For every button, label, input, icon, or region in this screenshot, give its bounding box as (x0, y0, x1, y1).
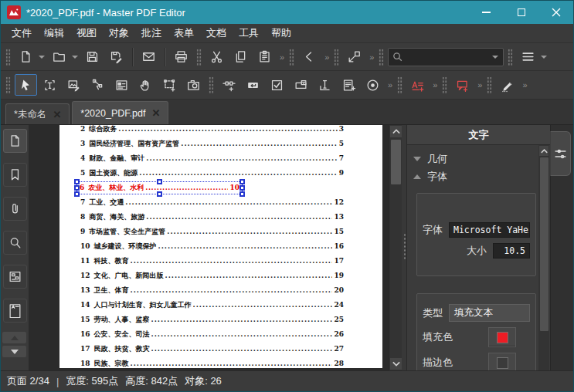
pdf-page[interactable]: 2综合政务...................................… (59, 125, 382, 368)
bookmarks-button[interactable] (3, 163, 27, 187)
radio-button-button[interactable] (362, 74, 384, 96)
copy-button[interactable] (229, 46, 252, 68)
edit-text-button[interactable] (39, 74, 61, 96)
document-tab[interactable]: *2020_PDF.pdf✕ (72, 101, 168, 124)
selection-handle[interactable] (157, 179, 162, 184)
new-document-button[interactable] (15, 46, 37, 68)
scrollbar-thumb[interactable] (391, 140, 401, 184)
fit-selection-button[interactable] (343, 46, 365, 68)
selection-handle[interactable] (239, 191, 245, 197)
font-name-input[interactable]: Microsoft YaHei (449, 222, 530, 238)
edit-image-button[interactable] (63, 74, 85, 96)
combobox-button[interactable] (290, 74, 312, 96)
toc-number: 14 (80, 298, 90, 313)
minimize-button[interactable] (469, 1, 504, 24)
annotations-button[interactable] (3, 299, 27, 323)
panel-scrollbar-thumb[interactable] (540, 157, 549, 331)
checkbox-button[interactable] (266, 74, 288, 96)
cut-button[interactable] (205, 46, 228, 68)
section-geometry[interactable]: 几何 (413, 150, 536, 167)
open-folder-button[interactable] (48, 46, 70, 68)
hand-button[interactable] (134, 74, 157, 96)
font-size-input[interactable]: 10.5 (493, 243, 530, 259)
sidebar-scroll-down-button[interactable] (2, 346, 26, 357)
callout-button[interactable] (451, 74, 474, 96)
menu-item-4[interactable]: 对象 (103, 24, 135, 42)
scroll-up-button[interactable] (390, 126, 402, 137)
selection-handle[interactable] (74, 179, 80, 184)
scroll-down-button[interactable] (390, 358, 402, 370)
chevron-down-icon[interactable] (541, 56, 547, 59)
menu-item-5[interactable]: 批注 (135, 24, 168, 42)
triangle-collapsed-icon (413, 157, 421, 161)
close-icon[interactable]: ✕ (151, 108, 160, 118)
select-region-button[interactable] (158, 74, 181, 96)
chevron-down-icon[interactable] (492, 56, 498, 59)
close-icon[interactable]: ✕ (53, 110, 61, 120)
properties-panel: 文字 几何 字体 字体 Microsoft YaHei 大小 (406, 125, 550, 370)
panel-scroll-up-button[interactable] (539, 146, 549, 156)
menu-item-1[interactable]: 文件 (5, 24, 38, 42)
form-fields-button[interactable] (3, 265, 27, 289)
section-font[interactable]: 字体 (413, 167, 536, 185)
overflow-chevron-icon[interactable]: » (277, 52, 285, 62)
pointer-button[interactable] (15, 74, 37, 96)
status-bar: 页面 2/34 | 宽度: 595点 高度: 842点 对象: 26 (1, 370, 573, 391)
attachments-button[interactable] (3, 197, 27, 221)
back-button[interactable] (298, 46, 321, 68)
selection-handle[interactable] (239, 185, 245, 191)
edit-path-button[interactable] (87, 74, 109, 96)
chevron-down-icon[interactable] (72, 56, 78, 59)
listbox-button[interactable] (338, 74, 360, 96)
push-button-button[interactable] (242, 74, 264, 96)
paste-button[interactable] (253, 46, 276, 68)
print-button[interactable] (170, 46, 192, 68)
selection-handle[interactable] (74, 191, 80, 197)
overflow-chevron-icon[interactable]: » (475, 80, 483, 90)
selected-text-object[interactable]: 6农业、林业、水利...............................… (76, 181, 243, 194)
fill-color-label: 填充色 (423, 330, 453, 344)
document-scrollbar[interactable] (389, 125, 402, 370)
menu-item-8[interactable]: 工具 (233, 24, 265, 42)
text-field-button[interactable] (314, 74, 336, 96)
email-button[interactable] (138, 46, 160, 68)
overflow-chevron-icon[interactable]: » (322, 52, 330, 62)
overflow-chevron-icon[interactable]: » (367, 52, 375, 62)
maximize-button[interactable] (504, 1, 538, 24)
save-as-button[interactable] (105, 46, 127, 68)
panel-toggle-tab[interactable] (550, 131, 571, 176)
overflow-chevron-icon[interactable]: » (520, 80, 528, 90)
push-button-icon (246, 78, 260, 93)
snapshot-button[interactable] (182, 74, 205, 96)
overflow-chevron-icon[interactable]: » (430, 80, 438, 90)
selection-handle[interactable] (74, 185, 80, 191)
selection-handle[interactable] (239, 179, 245, 184)
page-thumbnails-button[interactable] (3, 129, 27, 153)
overflow-chevron-icon[interactable]: » (385, 80, 393, 90)
menu-item-2[interactable]: 编辑 (38, 24, 70, 42)
link-button[interactable] (218, 74, 240, 96)
edit-form-button[interactable] (110, 74, 133, 96)
menu-item-9[interactable]: 帮助 (265, 24, 297, 42)
selection-handle[interactable] (157, 191, 162, 197)
document-area[interactable]: 2综合政务...................................… (29, 125, 402, 370)
text-annotation-button[interactable] (406, 74, 429, 96)
menu-item-3[interactable]: 视图 (70, 24, 103, 42)
type-select[interactable]: 填充文本 (449, 304, 530, 322)
menu-item-7[interactable]: 文档 (200, 24, 233, 42)
highlighter-button[interactable] (496, 74, 518, 96)
toolbar-grip (508, 49, 513, 66)
fill-color-button[interactable] (488, 327, 516, 347)
search-document-button[interactable] (3, 231, 27, 255)
search-input[interactable] (403, 52, 492, 63)
chevron-down-icon[interactable] (39, 56, 45, 59)
window-controls (469, 1, 573, 24)
close-button[interactable] (538, 1, 573, 24)
stroke-color-button[interactable] (488, 353, 516, 370)
sidebar-scroll-up-button[interactable] (2, 332, 26, 343)
panel-scrollbar[interactable] (538, 145, 549, 370)
document-tab[interactable]: *未命名✕ (5, 103, 70, 124)
save-button[interactable] (81, 46, 104, 68)
hamburger-menu-button[interactable] (517, 46, 539, 68)
menu-item-6[interactable]: 表单 (168, 24, 200, 42)
